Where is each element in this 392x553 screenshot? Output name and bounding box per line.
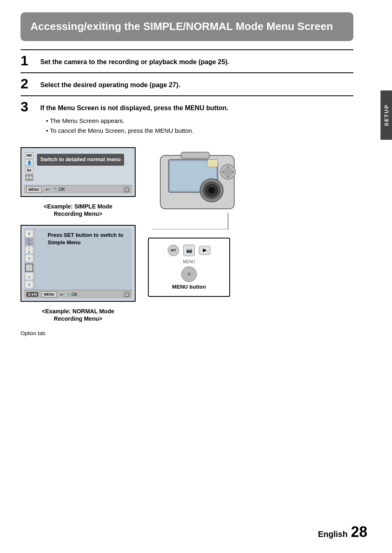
play-icon-btn: ▶: [199, 246, 210, 255]
step-2-number: 2: [21, 76, 40, 90]
simple-menu-highlight: Switch to detailed normal menu: [37, 154, 124, 166]
svg-point-10: [223, 167, 233, 177]
svg-point-8: [208, 187, 215, 194]
simple-tabs-left: HD 👤 5A S•N: [24, 150, 35, 183]
camera-button-layout: SET 📷 ▶ MENU ⊙: [155, 245, 223, 282]
normal-tab-1: n: [25, 230, 33, 237]
option-tab-label: Option tab: [21, 330, 136, 336]
simple-menu-bottom-bar: MENU ↩ 🔧OK ▢: [24, 185, 132, 194]
simple-menu-arrow: ↩: [46, 187, 49, 192]
page-title: Accessing/exiting the SIMPLE/NORMAL Mode…: [30, 20, 344, 34]
step-3-text: If the Menu Screen is not displayed, pre…: [40, 101, 228, 113]
normal-tabs-left: n □1 ○2 3 △ 3: [24, 228, 35, 290]
simple-tab-sn: S•N: [25, 174, 33, 181]
sn-badge: S◄N: [26, 292, 38, 297]
camera-button-box: SET 📷 ▶ MENU ⊙ MENU button: [148, 238, 230, 297]
page-number: 28: [351, 523, 367, 541]
normal-tab-6: 3: [25, 281, 33, 288]
simple-menu-btn: MENU: [26, 187, 42, 192]
simple-mode-screen-inner: HD 👤 5A S•N Switch to detailed normal me…: [24, 150, 132, 194]
diagrams-area: HD 👤 5A S•N Switch to detailed normal me…: [21, 147, 353, 336]
step-2-text: Select the desired operating mode (page …: [40, 78, 180, 90]
svg-point-11: [227, 166, 229, 168]
menu-text-label: MENU: [183, 259, 195, 264]
normal-menu-arrow: ↩: [60, 292, 63, 297]
right-camera: SET 📷 ▶ MENU ⊙ MENU button: [148, 147, 353, 297]
camera-icon-btn: 📷: [183, 245, 195, 256]
left-diagrams: HD 👤 5A S•N Switch to detailed normal me…: [21, 147, 136, 336]
menu-circle-button: ⊙: [181, 266, 197, 282]
page-title-box: Accessing/exiting the SIMPLE/NORMAL Mode…: [21, 12, 353, 41]
step-3-number: 3: [21, 99, 40, 113]
normal-corner-icon: ▢: [123, 292, 130, 297]
step-3-bullet-1: The Menu Screen appears.: [42, 116, 194, 126]
simple-ok-btn: 🔧OK: [53, 187, 65, 192]
step-1-number: 1: [21, 53, 40, 67]
svg-point-14: [222, 171, 224, 173]
btn-top-row: SET 📷 ▶: [168, 245, 210, 256]
normal-menu-bottom-bar: S◄N MENU ↩ 🔧OK ▢: [24, 290, 132, 298]
normal-tab-5: △: [25, 273, 33, 280]
step-3-bullets: The Menu Screen appears. To cancel the M…: [42, 116, 194, 136]
simple-tab-hd: HD: [25, 152, 33, 159]
simple-tab-person: 👤: [25, 160, 33, 166]
normal-tab-4: 3: [25, 255, 33, 262]
step-2: 2 Select the desired operating mode (pag…: [21, 72, 353, 94]
svg-point-13: [227, 176, 229, 178]
svg-rect-4: [208, 160, 218, 167]
svg-rect-3: [181, 152, 210, 158]
normal-tab-2: □1: [25, 238, 33, 245]
step-3-bullet-2: To cancel the Menu Screen, press the MEN…: [42, 126, 194, 136]
simple-tab-5a: 5A: [25, 167, 33, 174]
simple-corner-icon: ▢: [123, 187, 130, 192]
example-normal-label: <Example: NORMAL ModeRecording Menu>: [21, 308, 136, 322]
menu-button-label: MENU button: [155, 284, 223, 290]
normal-tab-dashed: [25, 264, 33, 272]
page-footer: English 28: [318, 523, 367, 541]
normal-menu-content: Press SET button to switch to Simple Men…: [45, 228, 132, 290]
svg-point-12: [232, 171, 234, 173]
normal-menu-text: Press SET button to switch to Simple Men…: [48, 231, 130, 246]
step-1: 1 Set the camera to the recording or pla…: [21, 49, 353, 71]
normal-menu-btn: MENU: [42, 292, 57, 297]
setup-tab: SETUP: [380, 90, 392, 140]
normal-mode-screen: n □1 ○2 3 △ 3 Press SET button to switch…: [21, 225, 136, 302]
camera-top-illustration: [148, 147, 247, 229]
page-language: English: [318, 530, 348, 539]
simple-mode-screen: HD 👤 5A S•N Switch to detailed normal me…: [21, 147, 136, 197]
simple-menu-content: Switch to detailed normal menu: [35, 150, 127, 183]
step-1-text: Set the camera to the recording or playb…: [40, 55, 229, 67]
normal-ok-btn: 🔧OK: [67, 292, 77, 297]
step-3: 3 If the Menu Screen is not displayed, p…: [21, 95, 353, 139]
normal-tab-3: ○2: [25, 246, 33, 254]
example-simple-label: <Example: SIMPLE ModeRecording Menu>: [21, 203, 136, 217]
set-button: SET: [168, 245, 179, 256]
